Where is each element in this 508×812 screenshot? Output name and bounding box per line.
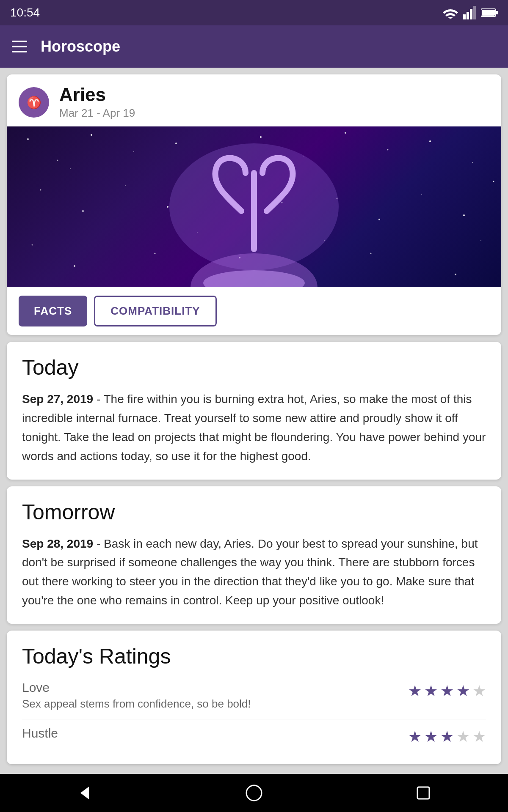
bottom-nav bbox=[0, 774, 508, 812]
svg-point-32 bbox=[455, 274, 456, 275]
svg-rect-6 bbox=[482, 10, 495, 16]
svg-point-18 bbox=[387, 149, 389, 151]
star-2: ★ bbox=[424, 682, 438, 700]
wifi-icon bbox=[443, 7, 458, 19]
svg-point-10 bbox=[57, 160, 58, 161]
status-bar: 10:54 bbox=[0, 0, 508, 25]
svg-rect-0 bbox=[463, 14, 466, 19]
love-stars: ★ ★ ★ ★ ★ bbox=[408, 680, 486, 700]
svg-rect-2 bbox=[470, 9, 472, 19]
hustle-star-2: ★ bbox=[424, 728, 438, 746]
love-rating-row: Love Sex appeal stems from confidence, s… bbox=[22, 680, 486, 710]
star-1: ★ bbox=[408, 682, 422, 700]
svg-point-17 bbox=[345, 132, 346, 134]
svg-rect-5 bbox=[496, 11, 498, 14]
star-4: ★ bbox=[456, 682, 470, 700]
hustle-star-3: ★ bbox=[440, 728, 454, 746]
tomorrow-text: Sep 28, 2019 - Bask in each new day, Ari… bbox=[22, 535, 486, 610]
love-description: Sex appeal stems from confidence, so be … bbox=[22, 697, 408, 710]
main-content: ♈ Aries Mar 21 - Apr 19 bbox=[0, 68, 508, 774]
svg-point-27 bbox=[421, 194, 422, 195]
tomorrow-card: Tomorrow Sep 28, 2019 - Bask in each new… bbox=[7, 486, 501, 624]
svg-point-12 bbox=[133, 151, 134, 152]
today-date: Sep 27, 2019 bbox=[22, 392, 93, 406]
svg-point-20 bbox=[472, 162, 473, 163]
love-label: Love bbox=[22, 680, 408, 695]
sign-name: Aries bbox=[59, 85, 135, 105]
hustle-rating-info: Hustle bbox=[22, 726, 408, 743]
ratings-title: Today's Ratings bbox=[22, 644, 486, 669]
sign-header: ♈ Aries Mar 21 - Apr 19 bbox=[7, 74, 501, 126]
sign-dates: Mar 21 - Apr 19 bbox=[59, 107, 135, 120]
sign-info: Aries Mar 21 - Apr 19 bbox=[59, 85, 135, 120]
today-card: Today Sep 27, 2019 - The fire within you… bbox=[7, 342, 501, 479]
svg-point-33 bbox=[480, 240, 481, 241]
facts-button[interactable]: FACTS bbox=[19, 296, 87, 326]
hustle-star-4: ★ bbox=[456, 728, 470, 746]
svg-point-15 bbox=[260, 136, 262, 138]
svg-point-9 bbox=[27, 138, 29, 140]
rating-divider bbox=[22, 719, 486, 719]
svg-marker-45 bbox=[80, 787, 89, 799]
love-rating-info: Love Sex appeal stems from confidence, s… bbox=[22, 680, 408, 710]
hustle-stars: ★ ★ ★ ★ ★ bbox=[408, 726, 486, 746]
svg-point-13 bbox=[175, 143, 177, 144]
svg-point-19 bbox=[429, 140, 431, 142]
hustle-star-5: ★ bbox=[472, 728, 486, 746]
app-bar: Horoscope bbox=[0, 25, 508, 68]
today-title: Today bbox=[22, 355, 486, 380]
svg-rect-47 bbox=[417, 787, 429, 799]
banner-stars-bg bbox=[7, 126, 501, 287]
svg-point-23 bbox=[125, 185, 126, 186]
sign-banner bbox=[7, 126, 501, 287]
status-icons bbox=[443, 6, 498, 19]
svg-point-24 bbox=[167, 206, 168, 208]
back-button[interactable] bbox=[72, 780, 97, 806]
svg-point-31 bbox=[370, 253, 372, 254]
today-text: Sep 27, 2019 - The fire within you is bu… bbox=[22, 390, 486, 466]
recents-button[interactable] bbox=[411, 780, 436, 806]
svg-point-11 bbox=[91, 134, 92, 136]
svg-point-22 bbox=[82, 210, 84, 212]
app-title: Horoscope bbox=[41, 38, 120, 55]
tomorrow-date: Sep 28, 2019 bbox=[22, 537, 93, 550]
svg-point-46 bbox=[246, 785, 262, 801]
svg-point-26 bbox=[378, 219, 380, 220]
hamburger-menu-button[interactable] bbox=[12, 41, 27, 52]
svg-rect-3 bbox=[473, 6, 476, 19]
svg-point-30 bbox=[74, 265, 75, 267]
sign-icon: ♈ bbox=[19, 87, 49, 118]
star-3: ★ bbox=[440, 682, 454, 700]
svg-point-35 bbox=[155, 253, 156, 254]
svg-point-40 bbox=[493, 181, 494, 182]
svg-point-29 bbox=[32, 244, 33, 246]
home-button[interactable] bbox=[241, 780, 267, 806]
svg-rect-1 bbox=[467, 12, 469, 19]
battery-icon bbox=[481, 8, 498, 17]
svg-point-34 bbox=[70, 168, 71, 169]
ratings-card: Today's Ratings Love Sex appeal stems fr… bbox=[7, 631, 501, 764]
sign-card: ♈ Aries Mar 21 - Apr 19 bbox=[7, 74, 501, 335]
sign-actions: FACTS COMPATIBILITY bbox=[7, 287, 501, 335]
svg-text:♈: ♈ bbox=[27, 96, 41, 110]
hustle-star-1: ★ bbox=[408, 728, 422, 746]
svg-point-28 bbox=[463, 214, 465, 216]
star-5: ★ bbox=[472, 682, 486, 700]
hustle-rating-row: Hustle ★ ★ ★ ★ ★ bbox=[22, 726, 486, 746]
svg-point-21 bbox=[40, 189, 41, 191]
hustle-label: Hustle bbox=[22, 726, 408, 741]
status-time: 10:54 bbox=[10, 6, 40, 19]
compatibility-button[interactable]: COMPATIBILITY bbox=[94, 296, 216, 326]
tomorrow-title: Tomorrow bbox=[22, 500, 486, 524]
signal-icon bbox=[463, 6, 476, 19]
